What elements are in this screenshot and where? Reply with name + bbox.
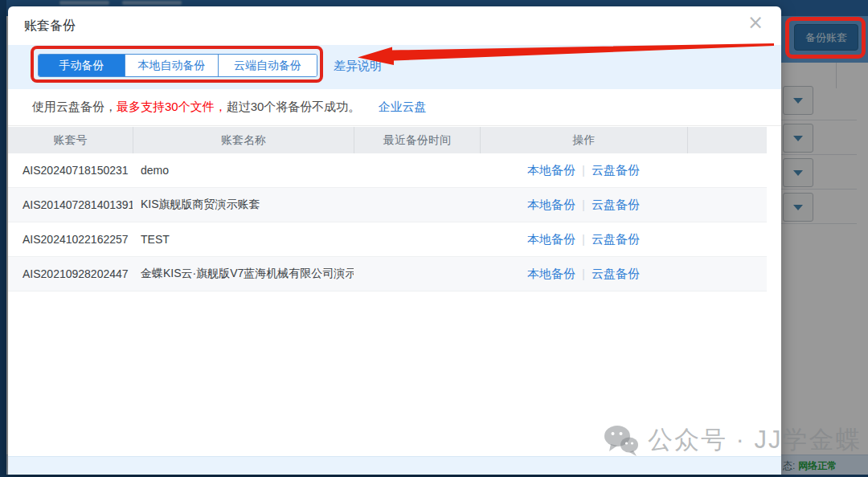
row-operations: 本地备份|云盘备份 <box>480 198 687 213</box>
close-icon[interactable]: × <box>747 13 764 32</box>
table-header-row: 账套号 账套名称 最近备份时间 操作 <box>8 127 767 153</box>
cloud-backup-link[interactable]: 云盘备份 <box>592 163 640 177</box>
notice-row: 使用云盘备份， 最多支持30个文件， 超过30个将备份不成功。 企业云盘 <box>8 89 781 126</box>
row-operations: 本地备份|云盘备份 <box>480 267 687 282</box>
notice-text: 使用云盘备份， <box>32 100 117 115</box>
local-backup-link[interactable]: 本地备份 <box>527 198 575 211</box>
local-backup-link[interactable]: 本地备份 <box>527 163 575 177</box>
tab-band: 手动备份 本地自动备份 云端自动备份 差异说明 <box>8 45 781 89</box>
account-name: 金蝶KIS云·旗舰版V7蓝海机械有限公司演示账套 <box>133 267 354 281</box>
account-backup-dialog: 账套备份 × 手动备份 本地自动备份 云端自动备份 差异说明 使用云盘备份， 最… <box>8 6 781 475</box>
col-account-id: 账套号 <box>8 127 133 153</box>
link-separator: | <box>582 267 585 280</box>
local-backup-link[interactable]: 本地备份 <box>527 267 575 280</box>
account-name: TEST <box>133 233 354 246</box>
table-row: AIS20210928202447 金蝶KIS云·旗舰版V7蓝海机械有限公司演示… <box>8 257 767 292</box>
account-name: demo <box>133 164 354 177</box>
col-operations: 操作 <box>480 127 687 153</box>
cloud-backup-link[interactable]: 云盘备份 <box>592 198 640 211</box>
enterprise-cloud-link[interactable]: 企业云盘 <box>378 100 426 115</box>
account-id: AIS201407281401391 <box>8 198 133 211</box>
link-separator: | <box>582 198 585 211</box>
tab-manual-backup[interactable]: 手动备份 <box>39 55 125 76</box>
table-row: AIS201407281401391 KIS旗舰版商贸演示账套 本地备份|云盘备… <box>8 188 767 222</box>
link-separator: | <box>582 232 585 246</box>
notice-text: 超过30个将备份不成功。 <box>227 100 361 115</box>
tab-local-auto-backup[interactable]: 本地自动备份 <box>125 55 218 76</box>
account-id: AIS20210928202447 <box>8 267 133 280</box>
table-row: AIS20240718150231 demo 本地备份|云盘备份 <box>8 153 767 188</box>
row-operations: 本地备份|云盘备份 <box>480 163 687 178</box>
dialog-title: 账套备份 <box>24 18 76 35</box>
account-id: AIS20241022162257 <box>8 233 133 246</box>
local-backup-link[interactable]: 本地备份 <box>527 232 575 246</box>
account-table: 账套号 账套名称 最近备份时间 操作 AIS20240718150231 dem… <box>8 127 767 292</box>
link-separator: | <box>582 163 585 177</box>
cloud-backup-link[interactable]: 云盘备份 <box>592 267 640 280</box>
table-row: AIS20241022162257 TEST 本地备份|云盘备份 <box>8 222 767 257</box>
dialog-header: 账套备份 × <box>8 6 781 45</box>
tab-cloud-auto-backup[interactable]: 云端自动备份 <box>218 55 317 76</box>
cloud-backup-link[interactable]: 云盘备份 <box>592 232 640 246</box>
account-id: AIS20240718150231 <box>8 164 133 177</box>
backup-tabs: 手动备份 本地自动备份 云端自动备份 <box>38 54 317 77</box>
row-operations: 本地备份|云盘备份 <box>480 232 687 247</box>
col-last-backup: 最近备份时间 <box>354 127 480 153</box>
screen: 备份账套 态:网络正常 账套备份 × 手动备份 <box>0 0 868 477</box>
notice-highlight: 最多支持30个文件， <box>117 100 227 115</box>
difference-description-link[interactable]: 差异说明 <box>334 59 382 74</box>
account-name: KIS旗舰版商贸演示账套 <box>133 198 354 212</box>
col-extra <box>687 127 767 153</box>
col-account-name: 账套名称 <box>133 127 354 153</box>
dialog-footer-strip <box>8 456 781 475</box>
